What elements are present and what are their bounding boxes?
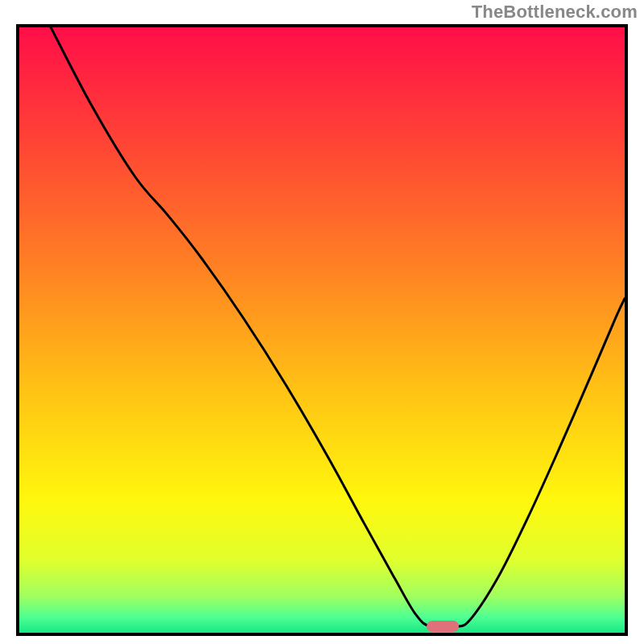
optimum-marker (427, 621, 459, 632)
bottleneck-curve (19, 27, 625, 633)
chart-stage: TheBottleneck.com (0, 0, 644, 644)
plot-area (16, 24, 628, 636)
watermark-text: TheBottleneck.com (472, 2, 638, 23)
